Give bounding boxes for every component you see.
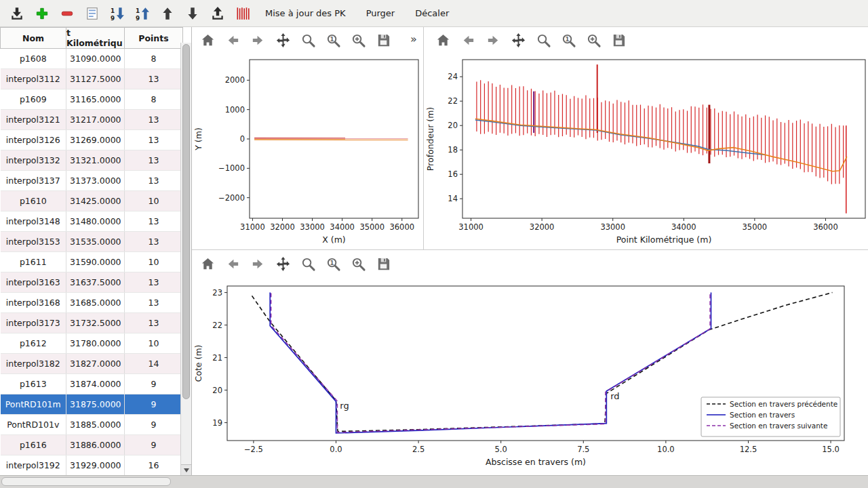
table-row[interactable]: interpol313731373.000013 bbox=[1, 171, 183, 191]
cell-pk[interactable]: 31685.0000 bbox=[66, 293, 125, 313]
cell-pk[interactable]: 31827.0000 bbox=[66, 354, 125, 374]
column-header-pk[interactable]: t Kilométriqu bbox=[66, 28, 125, 49]
cell-pk[interactable]: 31425.0000 bbox=[66, 191, 125, 211]
sort-ascending-button[interactable] bbox=[132, 3, 153, 24]
cell-pk[interactable]: 31886.0000 bbox=[66, 435, 125, 455]
table-row[interactable]: interpol317331732.500013 bbox=[1, 313, 183, 333]
cell-nom[interactable]: p1610 bbox=[1, 191, 66, 211]
save-button[interactable] bbox=[610, 31, 628, 49]
cell-points[interactable]: 13 bbox=[125, 232, 183, 252]
zoom-button[interactable] bbox=[534, 31, 553, 49]
cross-section-plot[interactable]: −2.50.02.55.07.510.012.515.01920212223Ab… bbox=[192, 277, 868, 476]
horizontal-scrollbar-thumb[interactable] bbox=[1, 477, 171, 486]
move-up-button[interactable] bbox=[157, 3, 178, 24]
table-row[interactable]: interpol318231827.000014 bbox=[1, 354, 183, 374]
cell-pk[interactable]: 31165.0000 bbox=[66, 89, 125, 110]
cell-pk[interactable]: 31780.0000 bbox=[66, 333, 125, 354]
scrollbar-thumb[interactable] bbox=[182, 44, 190, 399]
table-row[interactable]: interpol311231127.500013 bbox=[1, 69, 183, 89]
zoom-original-button[interactable] bbox=[559, 31, 578, 49]
zoom-button[interactable] bbox=[299, 31, 317, 49]
zoom-rect-button[interactable] bbox=[349, 31, 368, 49]
column-header-points[interactable]: Points bbox=[125, 28, 183, 49]
table-row[interactable]: p160831090.00008 bbox=[1, 49, 183, 69]
table-row[interactable]: p161331874.00009 bbox=[1, 374, 183, 394]
table-row[interactable]: interpol312131217.000013 bbox=[1, 110, 183, 130]
table-row[interactable]: interpol316831685.000013 bbox=[1, 293, 183, 313]
cell-nom[interactable]: interpol3137 bbox=[1, 171, 66, 191]
cell-points[interactable]: 13 bbox=[125, 272, 183, 293]
cell-nom[interactable]: p1612 bbox=[1, 333, 66, 354]
longitudinal-profile-plot[interactable]: 3100032000330003400035000360001416182022… bbox=[424, 54, 868, 248]
export-button[interactable] bbox=[208, 3, 228, 24]
cell-pk[interactable]: 31480.0000 bbox=[66, 211, 125, 232]
table-row[interactable]: p161031425.000010 bbox=[1, 191, 183, 211]
table-row[interactable]: interpol312631269.000013 bbox=[1, 130, 183, 150]
pan-button[interactable] bbox=[274, 255, 292, 273]
back-button[interactable] bbox=[224, 31, 242, 49]
table-row[interactable]: PontRD101m31875.00009 bbox=[1, 394, 183, 415]
table-row[interactable]: PontRD101v31885.00009 bbox=[1, 415, 183, 435]
cell-pk[interactable]: 31885.0000 bbox=[66, 415, 125, 435]
home-button[interactable] bbox=[199, 255, 217, 273]
cell-nom[interactable]: interpol3112 bbox=[1, 69, 66, 89]
cell-pk[interactable]: 31269.0000 bbox=[66, 130, 125, 150]
cell-points[interactable]: 13 bbox=[125, 171, 183, 191]
cell-points[interactable]: 13 bbox=[125, 313, 183, 333]
cell-points[interactable]: 13 bbox=[125, 69, 183, 89]
cell-pk[interactable]: 31535.0000 bbox=[66, 232, 125, 252]
save-button[interactable] bbox=[374, 31, 393, 49]
cell-points[interactable]: 13 bbox=[125, 150, 183, 171]
cell-points[interactable]: 13 bbox=[125, 110, 183, 130]
move-down-button[interactable] bbox=[182, 3, 203, 24]
zoom-button[interactable] bbox=[299, 255, 317, 273]
cell-pk[interactable]: 31874.0000 bbox=[66, 374, 125, 394]
cell-nom[interactable]: interpol3163 bbox=[1, 272, 66, 293]
forward-button[interactable] bbox=[249, 255, 267, 273]
table-row[interactable]: interpol315331535.000013 bbox=[1, 232, 183, 252]
zoom-original-button[interactable] bbox=[324, 31, 342, 49]
table-row[interactable]: p160931165.00008 bbox=[1, 89, 183, 110]
cell-pk[interactable]: 31127.5000 bbox=[66, 69, 125, 89]
scrollbar-down-button[interactable] bbox=[181, 464, 191, 476]
cell-nom[interactable]: interpol3173 bbox=[1, 313, 66, 333]
edit-list-button[interactable] bbox=[82, 3, 102, 24]
sort-descending-button[interactable] bbox=[107, 3, 127, 24]
cell-nom[interactable]: p1616 bbox=[1, 435, 66, 455]
import-button[interactable] bbox=[7, 3, 27, 24]
pan-button[interactable] bbox=[509, 31, 528, 49]
action-mise-jour-des-pk[interactable]: Mise à jour des PK bbox=[264, 5, 347, 21]
cell-pk[interactable]: 31090.0000 bbox=[66, 49, 125, 69]
cell-points[interactable]: 8 bbox=[125, 49, 183, 69]
column-header-nom[interactable]: Nom bbox=[1, 28, 66, 49]
forward-button[interactable] bbox=[484, 31, 502, 49]
cell-points[interactable]: 10 bbox=[125, 333, 183, 354]
cell-nom[interactable]: PontRD101v bbox=[1, 415, 66, 435]
home-button[interactable] bbox=[434, 31, 452, 49]
cell-pk[interactable]: 31590.0000 bbox=[66, 252, 125, 272]
zoom-rect-button[interactable] bbox=[585, 31, 603, 49]
table-row[interactable]: interpol316331637.500013 bbox=[1, 272, 183, 293]
cell-pk[interactable]: 31875.0000 bbox=[66, 394, 125, 415]
zoom-original-button[interactable] bbox=[324, 255, 342, 273]
cell-nom[interactable]: p1613 bbox=[1, 374, 66, 394]
action-d-caler[interactable]: Décaler bbox=[414, 5, 450, 21]
cell-points[interactable]: 16 bbox=[125, 455, 183, 476]
back-button[interactable] bbox=[459, 31, 477, 49]
add-row-button[interactable] bbox=[32, 3, 52, 24]
table-row[interactable]: p161631886.00009 bbox=[1, 435, 183, 455]
cell-nom[interactable]: interpol3148 bbox=[1, 211, 66, 232]
cell-points[interactable]: 10 bbox=[125, 252, 183, 272]
cell-points[interactable]: 13 bbox=[125, 130, 183, 150]
cell-points[interactable]: 10 bbox=[125, 191, 183, 211]
cell-points[interactable]: 13 bbox=[125, 293, 183, 313]
cell-pk[interactable]: 31637.5000 bbox=[66, 272, 125, 293]
cell-pk[interactable]: 31929.0000 bbox=[66, 455, 125, 476]
cell-points[interactable]: 9 bbox=[125, 415, 183, 435]
table-vertical-scrollbar[interactable] bbox=[180, 43, 191, 476]
cell-nom[interactable]: p1609 bbox=[1, 89, 66, 110]
delete-row-button[interactable] bbox=[57, 3, 77, 24]
cell-pk[interactable]: 31217.0000 bbox=[66, 110, 125, 130]
home-button[interactable] bbox=[199, 31, 217, 49]
action-purger[interactable]: Purger bbox=[365, 5, 397, 21]
